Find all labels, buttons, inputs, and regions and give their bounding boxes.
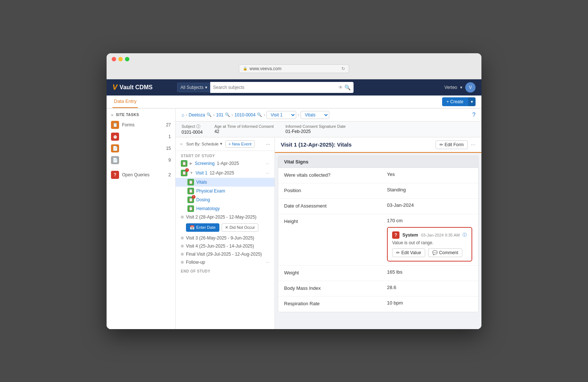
visit1-link[interactable]: Visit 1: [196, 170, 207, 176]
left-sidebar: » SITE TASKS 📋 Forms 27 ⏰ 1 📄 15 📄: [107, 109, 176, 329]
missing-count: 15: [166, 146, 171, 151]
subject-label: Subject: [182, 124, 195, 129]
subject-info-item: Subject ⓘ 0101-0004: [182, 124, 202, 135]
age-value: 42: [214, 129, 273, 134]
address-bar[interactable]: 🔒 www.veeva.com ↻: [239, 64, 349, 73]
sort-button[interactable]: Sort By: Schedule ▾: [186, 141, 222, 146]
expand-arrow: ▶: [190, 161, 193, 165]
user-name: Verteo: [444, 85, 457, 90]
consent-value: 01-Feb-2025: [286, 129, 346, 134]
field-label-position: Position: [284, 187, 387, 193]
avatar[interactable]: V: [465, 82, 476, 93]
field-value-height: 170 cm: [387, 218, 472, 224]
breadcrumb-home[interactable]: ⌂: [182, 112, 184, 118]
form-row-vitals[interactable]: 📋 Vitals: [176, 178, 275, 187]
breadcrumb-sep-2: ›: [213, 112, 215, 118]
tab-data-entry[interactable]: Data Entry: [112, 96, 138, 108]
list-item-final-visit[interactable]: Final Visit (29-Jul-2025 - 12-Aug-2025): [176, 250, 275, 258]
create-button[interactable]: + Create: [442, 97, 468, 106]
field-row-respiration: Respiration Rate 10 bpm: [278, 296, 478, 312]
search-icon-2[interactable]: 🔍: [225, 112, 230, 117]
form-dropdown[interactable]: Vitals: [301, 111, 329, 119]
top-navigation: V Vault CDMS All Subjects ▾ 👁 🔍 Verteo ▾…: [107, 79, 481, 96]
field-row-height: Height 170 cm ? System 03-Jan-2024 9:35 …: [278, 214, 478, 266]
form-row-dosing[interactable]: 📋 ? Dosing: [176, 195, 275, 204]
list-item-visit2[interactable]: Visit 2 (28-Apr-2025 - 12-May-2025): [176, 213, 275, 221]
field-label-respiration: Respiration Rate: [284, 300, 387, 306]
visit-dropdown[interactable]: Visit 1: [266, 111, 296, 119]
hematology-form-icon: 📋: [187, 205, 194, 212]
eye-icon: 👁: [338, 85, 343, 90]
age-label: Age at Time of Informed Consent: [214, 124, 273, 129]
expand-visits-icon[interactable]: »: [180, 141, 183, 147]
user-area: Verteo ▾ V: [444, 82, 476, 93]
visit3-label: Visit 3 (26-May-2025 - 9-Jun-2025): [186, 235, 254, 241]
comment-button[interactable]: 💬 Comment: [428, 248, 462, 257]
list-item-visit4[interactable]: Visit 4 (25-Jun-2025 - 14-Jul-2025): [176, 242, 275, 250]
expand-icon[interactable]: »: [111, 112, 114, 118]
task-forms[interactable]: 📋 Forms 27: [107, 119, 175, 131]
field-value-weight: 165 lbs: [387, 269, 472, 275]
screening-more[interactable]: ···: [266, 161, 269, 166]
edit-value-button[interactable]: ✏ Edit Value: [392, 248, 425, 257]
search-icon-3[interactable]: 🔍: [257, 112, 262, 117]
search-icon[interactable]: 🔍: [344, 84, 351, 90]
edit-form-button[interactable]: ✏ Edit Form: [435, 140, 468, 149]
breadcrumb-site[interactable]: Deetoza: [189, 112, 205, 118]
list-item-visit3[interactable]: Visit 3 (26-May-2025 - 9-Jun-2025): [176, 234, 275, 242]
start-of-study-label: START OF STUDY: [176, 151, 275, 159]
search-input[interactable]: [213, 85, 338, 90]
field-label-date-assessment: Date of Assessment: [284, 202, 387, 209]
empty-count: 9: [168, 158, 171, 163]
visit-toolbar: » Sort By: Schedule ▾ + New Event ···: [176, 137, 275, 151]
refresh-icon[interactable]: ↻: [341, 66, 345, 71]
visit2-label: Visit 2 (28-Apr-2025 - 12-May-2025): [186, 215, 257, 220]
breadcrumb-subject-full[interactable]: 1010-0004: [234, 112, 255, 118]
enter-date-button[interactable]: 📅 Enter Date: [186, 223, 219, 232]
task-empty[interactable]: 📄 9: [107, 154, 175, 166]
field-row-bmi: Body Mass Index 28.6: [278, 281, 478, 296]
visit1-more[interactable]: ···: [266, 170, 269, 176]
did-not-occur-button[interactable]: ✕ Did Not Occur: [222, 223, 258, 232]
form-row-hematology[interactable]: 📋 Hematology: [176, 204, 275, 213]
visit1-query-badge: ?: [185, 168, 189, 172]
form-more-icon[interactable]: ···: [471, 141, 476, 148]
consent-info-item: Informed Consent Signature Date 01-Feb-2…: [286, 124, 346, 134]
form-table: Vital Signs Were vitals collected? Yes P…: [278, 156, 478, 312]
sub-navigation: Data Entry + Create ▾: [107, 96, 481, 109]
task-overdue[interactable]: ⏰ 1: [107, 131, 175, 143]
chevron-down-icon[interactable]: ▾: [460, 85, 462, 90]
follow-up-label: Follow-up: [186, 260, 205, 265]
screening-link[interactable]: Screening: [195, 161, 215, 166]
list-item-follow-up[interactable]: Follow-up ···: [176, 258, 275, 266]
fullscreen-dot[interactable]: [125, 57, 129, 61]
subject-select[interactable]: All Subjects ▾: [177, 83, 210, 92]
dosing-query-badge: ?: [192, 195, 196, 199]
open-queries-count: 2: [168, 172, 171, 177]
chevron-down-icon: ▾: [220, 141, 222, 146]
close-dot[interactable]: [112, 57, 116, 61]
breadcrumb-subject-id[interactable]: 101: [216, 112, 223, 118]
help-icon[interactable]: ?: [472, 112, 476, 118]
minimize-dot[interactable]: [118, 57, 123, 61]
visit2-actions: 📅 Enter Date ✕ Did Not Occur: [176, 221, 275, 234]
create-dropdown-button[interactable]: ▾: [468, 97, 476, 106]
more-icon[interactable]: ···: [266, 141, 270, 147]
new-event-button[interactable]: + New Event: [225, 140, 255, 148]
field-label-vitals-collected: Were vitals collected?: [284, 172, 387, 178]
query-info-icon[interactable]: ⓘ: [463, 232, 467, 238]
form-title: Visit 1 (12-Apr-2025): Vitals: [281, 141, 352, 148]
field-label-height: Height: [284, 218, 387, 224]
search-icon-1[interactable]: 🔍: [207, 112, 212, 117]
task-missing[interactable]: 📄 15: [107, 143, 175, 154]
form-header: Visit 1 (12-Apr-2025): Vitals ✏ Edit For…: [275, 137, 481, 153]
breadcrumb: ⌂ › Deetoza 🔍 › 101 🔍 › 1010-0004 🔍 › Vi…: [176, 109, 481, 122]
form-row-physical-exam[interactable]: 📋 Physical Exam: [176, 187, 275, 195]
follow-up-more[interactable]: ···: [266, 260, 269, 265]
screening-date: 1-Apr-2025: [217, 161, 239, 166]
form-content: Visit 1 (12-Apr-2025): Vitals ✏ Edit For…: [275, 137, 481, 329]
list-item-visit1[interactable]: 📋 ? ▼ Visit 1 12-Apr-2025 ···: [176, 168, 275, 178]
open-queries[interactable]: ? Open Queries 2: [107, 169, 175, 181]
field-value-bmi: 28.6: [387, 285, 472, 290]
list-item-screening[interactable]: 📋 ▶ Screening 1-Apr-2025 ···: [176, 159, 275, 168]
